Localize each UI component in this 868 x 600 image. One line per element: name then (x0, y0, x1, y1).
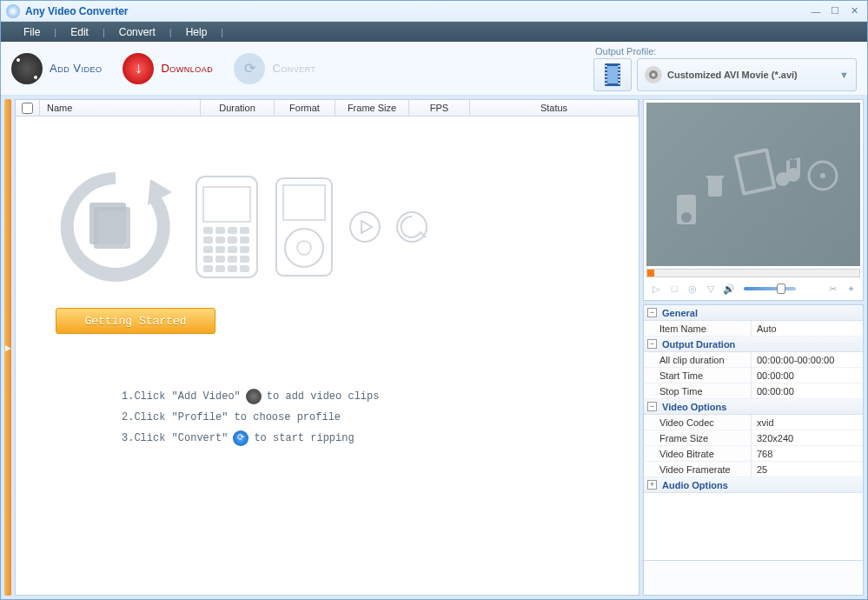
property-value[interactable]: 320x240 (752, 430, 863, 445)
preview-timeline[interactable] (646, 269, 860, 277)
section-title: Audio Options (662, 480, 728, 490)
property-value[interactable]: xvid (752, 415, 863, 430)
property-row[interactable]: Start Time00:00:00 (644, 368, 863, 383)
svg-point-46 (350, 212, 380, 242)
properties-footer (644, 560, 863, 595)
main-panel: Name Duration Format Frame Size FPS Stat… (15, 99, 639, 596)
property-key: Stop Time (644, 383, 752, 398)
property-row[interactable]: Video Framerate25 (644, 462, 863, 477)
property-row[interactable]: Video Codecxvid (644, 415, 863, 430)
download-icon: ↓ (123, 53, 154, 84)
download-button[interactable]: ↓ Download (123, 53, 213, 84)
titlebar: Any Video Converter — ☐ ✕ (1, 1, 867, 22)
property-value[interactable]: 768 (752, 446, 863, 461)
svg-rect-31 (215, 246, 225, 253)
property-value[interactable]: Auto (752, 321, 863, 336)
property-value[interactable]: 00:00:00 (752, 383, 863, 398)
property-key: Video Codec (644, 415, 752, 430)
select-all-checkbox[interactable] (22, 103, 33, 114)
preview-box: ▷ □ ◎ ▽ 🔊 ✂ ✦ (643, 99, 864, 301)
output-profile-label: Output Profile: (593, 46, 857, 57)
svg-rect-34 (203, 256, 213, 263)
section-title: Output Duration (662, 339, 735, 350)
column-status[interactable]: Status (470, 100, 639, 116)
property-section-header[interactable]: +Audio Options (644, 477, 863, 493)
svg-rect-36 (228, 256, 237, 263)
column-name[interactable]: Name (40, 100, 201, 116)
app-window: Any Video Converter — ☐ ✕ File | Edit | … (0, 0, 868, 600)
svg-rect-27 (215, 237, 225, 243)
property-row[interactable]: Frame Size320x240 (644, 430, 863, 446)
svg-rect-3 (606, 69, 607, 70)
property-section-header[interactable]: −Output Duration (644, 337, 863, 352)
stop-button[interactable]: □ (667, 282, 681, 296)
menu-edit[interactable]: Edit (56, 26, 103, 38)
app-logo-icon (6, 4, 20, 18)
svg-rect-23 (215, 227, 225, 234)
svg-rect-42 (276, 178, 332, 276)
getting-started-button[interactable]: Getting Started (56, 308, 215, 334)
add-video-label: Add Video (50, 62, 102, 75)
expand-icon: − (647, 339, 657, 349)
svg-rect-41 (240, 265, 249, 272)
svg-rect-10 (619, 72, 620, 74)
svg-rect-52 (706, 176, 724, 178)
cycle-arrow-icon (50, 162, 181, 292)
menu-convert[interactable]: Convert (105, 26, 169, 38)
property-row[interactable]: All clip duration00:00:00-00:00:00 (644, 352, 863, 368)
column-frame-size[interactable]: Frame Size (335, 100, 409, 116)
property-section-header[interactable]: −Video Options (644, 399, 863, 415)
minimize-button[interactable]: — (808, 5, 824, 17)
profile-preview-button[interactable] (593, 58, 632, 91)
svg-rect-8 (619, 65, 620, 67)
section-title: General (662, 308, 698, 318)
property-row[interactable]: Item NameAuto (644, 321, 863, 337)
output-profile: Output Profile: Customized AVI Movie (*.… (593, 46, 857, 91)
illustration (50, 162, 429, 292)
column-format[interactable]: Format (275, 100, 335, 116)
mini-film-icon (246, 389, 262, 404)
table-header: Name Duration Format Frame Size FPS Stat… (16, 100, 639, 117)
menu-help[interactable]: Help (172, 26, 222, 38)
svg-rect-19 (89, 203, 126, 244)
add-video-button[interactable]: Add Video (11, 53, 102, 84)
property-value[interactable]: 00:00:00 (752, 368, 863, 383)
property-value[interactable]: 25 (752, 462, 863, 477)
property-key: All clip duration (644, 352, 752, 367)
column-duration[interactable]: Duration (201, 100, 275, 116)
property-key: Start Time (644, 368, 752, 383)
menubar: File | Edit | Convert | Help | (1, 22, 867, 42)
property-value[interactable]: 00:00:00-00:00:00 (752, 352, 863, 367)
toolbar: Add Video ↓ Download ⟳ Convert Output Pr… (1, 42, 867, 96)
mini-convert-icon: ⟳ (233, 430, 248, 446)
property-key: Frame Size (644, 430, 752, 445)
ipod-icon (273, 175, 335, 279)
property-row[interactable]: Video Bitrate768 (644, 446, 863, 462)
volume-slider[interactable] (744, 287, 796, 290)
convert-icon: ⟳ (234, 53, 265, 84)
property-section-header[interactable]: −General (644, 305, 863, 321)
svg-rect-32 (228, 246, 237, 253)
svg-rect-28 (228, 237, 237, 243)
cut-button[interactable]: ✂ (825, 282, 839, 296)
maximize-button[interactable]: ☐ (827, 5, 843, 17)
menu-file[interactable]: File (10, 26, 54, 38)
property-row[interactable]: Stop Time00:00:00 (644, 383, 863, 399)
profile-dropdown[interactable]: Customized AVI Movie (*.avi) ▼ (637, 58, 857, 91)
preview-controls: ▷ □ ◎ ▽ 🔊 ✂ ✦ (644, 277, 863, 300)
column-fps[interactable]: FPS (409, 100, 470, 116)
play-button[interactable]: ▷ (649, 282, 663, 296)
volume-button[interactable]: 🔊 (722, 282, 736, 296)
svg-rect-39 (215, 265, 225, 272)
download-label: Download (161, 62, 213, 75)
svg-rect-25 (240, 227, 249, 234)
convert-button[interactable]: ⟳ Convert (234, 53, 315, 84)
phone-icon (193, 175, 261, 279)
close-button[interactable]: ✕ (846, 5, 862, 17)
svg-rect-22 (203, 227, 213, 234)
svg-rect-21 (203, 187, 250, 222)
snapshot-button[interactable]: ◎ (686, 282, 699, 296)
effects-button[interactable]: ✦ (844, 282, 858, 296)
expand-button[interactable]: ▽ (704, 282, 718, 296)
sidebar-toggle[interactable]: ▶ (4, 99, 11, 596)
